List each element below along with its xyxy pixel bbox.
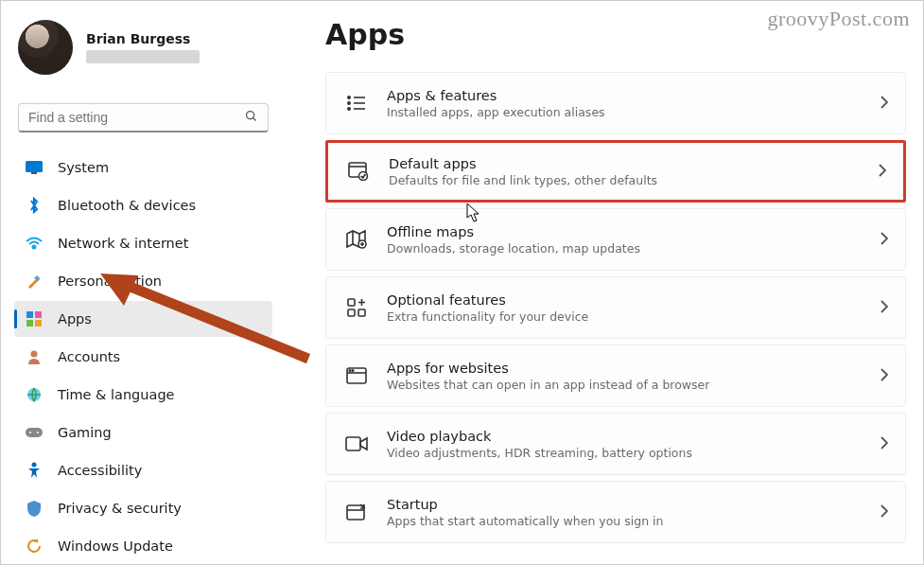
svg-point-10 (31, 351, 38, 358)
map-icon (343, 230, 370, 249)
sidebar: Brian Burgess System Bluetooth & devi (1, 1, 280, 564)
wifi-icon (26, 235, 43, 252)
card-optional-features[interactable]: Optional features Extra functionality fo… (325, 276, 906, 339)
sidebar-item-label: Accounts (58, 349, 120, 364)
card-subtitle: Video adjustments, HDR streaming, batter… (387, 446, 880, 460)
svg-point-16 (348, 97, 350, 98)
svg-line-1 (253, 117, 256, 120)
sidebar-item-label: Bluetooth & devices (58, 198, 196, 213)
svg-point-14 (37, 432, 39, 433)
watermark: groovyPost.com (767, 7, 910, 31)
card-subtitle: Extra functionality for your device (387, 309, 880, 324)
card-startup[interactable]: Startup Apps that start automatically wh… (325, 481, 906, 543)
svg-rect-12 (26, 428, 43, 437)
svg-rect-28 (348, 299, 355, 306)
svg-point-33 (349, 370, 351, 372)
card-title: Video playback (387, 429, 880, 444)
profile-email-redacted (86, 50, 200, 63)
search-icon (244, 109, 258, 127)
default-apps-icon (345, 162, 372, 181)
card-offline-maps[interactable]: Offline maps Downloads, storage location… (325, 208, 906, 271)
globe-icon (26, 386, 43, 403)
display-icon (26, 159, 43, 176)
chevron-right-icon (880, 367, 888, 385)
card-apps-features[interactable]: Apps & features Installed apps, app exec… (325, 72, 906, 134)
card-apps-websites[interactable]: Apps for websites Websites that can open… (325, 344, 906, 407)
sidebar-item-accounts[interactable]: Accounts (14, 339, 272, 375)
sidebar-item-label: System (58, 160, 109, 175)
accessibility-icon (26, 462, 43, 479)
card-subtitle: Websites that can open in an app instead… (387, 378, 880, 392)
svg-point-13 (29, 432, 31, 433)
svg-rect-9 (35, 320, 42, 327)
card-subtitle: Apps that start automatically when you s… (387, 514, 880, 528)
startup-icon (343, 503, 370, 521)
svg-point-4 (33, 246, 36, 249)
chevron-right-icon (880, 503, 888, 521)
sidebar-item-label: Network & internet (58, 236, 188, 251)
svg-rect-8 (26, 320, 33, 327)
sidebar-item-label: Accessibility (58, 463, 142, 478)
plus-grid-icon (343, 298, 370, 317)
card-default-apps[interactable]: Default apps Defaults for file and link … (325, 140, 906, 203)
svg-rect-6 (26, 311, 33, 318)
sidebar-item-label: Time & language (58, 387, 175, 402)
svg-point-15 (32, 463, 37, 468)
sidebar-item-personalization[interactable]: Personalization (14, 263, 272, 299)
svg-point-34 (352, 370, 354, 372)
sidebar-item-label: Privacy & security (58, 501, 182, 516)
update-icon (26, 538, 43, 555)
person-icon (26, 348, 43, 365)
svg-rect-35 (346, 437, 360, 450)
main-content: groovyPost.com Apps Apps & features Inst… (280, 1, 923, 564)
search-input[interactable] (28, 110, 244, 125)
nav: System Bluetooth & devices Network & int… (14, 150, 272, 564)
list-icon (343, 95, 370, 112)
sidebar-item-network[interactable]: Network & internet (14, 225, 272, 261)
svg-point-18 (348, 102, 350, 104)
svg-rect-29 (348, 309, 355, 316)
bluetooth-icon (26, 197, 43, 214)
sidebar-item-apps[interactable]: Apps (14, 301, 272, 337)
card-video-playback[interactable]: Video playback Video adjustments, HDR st… (325, 413, 906, 475)
card-title: Default apps (389, 156, 879, 171)
shield-icon (26, 500, 43, 517)
profile-block[interactable]: Brian Burgess (14, 14, 272, 84)
svg-rect-30 (358, 309, 365, 316)
card-title: Startup (387, 497, 880, 512)
svg-point-20 (348, 108, 350, 110)
card-subtitle: Installed apps, app execution aliases (387, 105, 880, 119)
settings-cards: Apps & features Installed apps, app exec… (325, 72, 906, 543)
sidebar-item-privacy[interactable]: Privacy & security (14, 490, 272, 526)
card-title: Apps for websites (387, 361, 880, 376)
sidebar-item-label: Gaming (58, 425, 112, 440)
sidebar-item-accessibility[interactable]: Accessibility (14, 452, 272, 488)
card-title: Optional features (387, 292, 880, 308)
chevron-right-icon (880, 95, 888, 113)
brush-icon (26, 273, 43, 290)
video-icon (343, 436, 370, 451)
svg-rect-2 (26, 161, 43, 172)
sidebar-item-label: Apps (58, 311, 92, 327)
search-box[interactable] (18, 103, 269, 132)
sidebar-item-bluetooth[interactable]: Bluetooth & devices (14, 187, 272, 223)
sidebar-item-label: Personalization (58, 274, 162, 289)
card-subtitle: Downloads, storage location, map updates (387, 241, 880, 256)
profile-name: Brian Burgess (86, 31, 200, 46)
chevron-right-icon (879, 163, 886, 181)
sidebar-item-system[interactable]: System (14, 150, 272, 185)
sidebar-item-label: Windows Update (58, 539, 173, 554)
chevron-right-icon (880, 231, 888, 249)
window-icon (343, 367, 370, 384)
sidebar-item-time[interactable]: Time & language (14, 377, 272, 413)
gaming-icon (26, 424, 43, 441)
avatar (18, 20, 73, 75)
card-subtitle: Defaults for file and link types, other … (389, 173, 879, 187)
sidebar-item-gaming[interactable]: Gaming (14, 415, 272, 450)
chevron-right-icon (880, 299, 888, 317)
card-title: Apps & features (387, 88, 880, 103)
sidebar-item-update[interactable]: Windows Update (14, 528, 272, 564)
svg-point-0 (247, 111, 254, 118)
svg-rect-7 (35, 311, 42, 318)
card-title: Offline maps (387, 224, 880, 239)
